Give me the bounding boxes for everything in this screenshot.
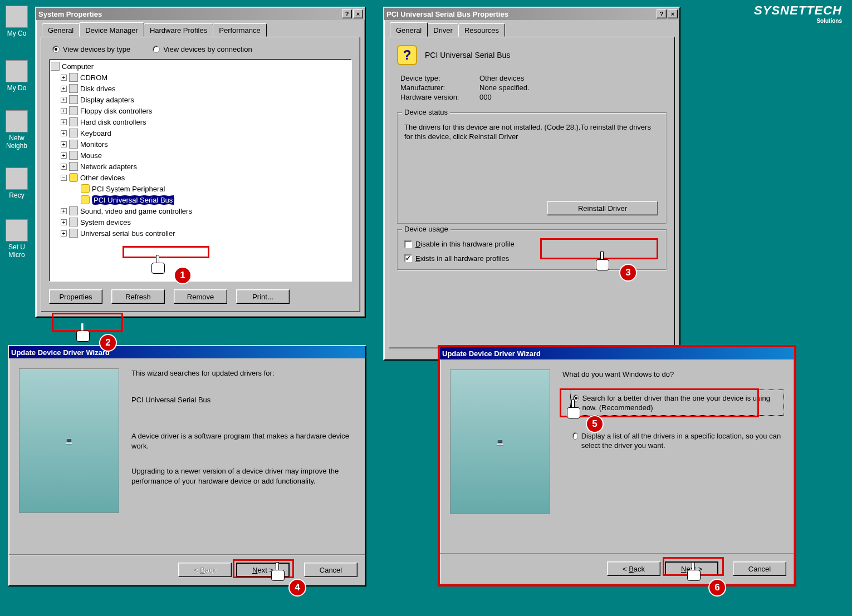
tree-item-mouse[interactable]: +Mouse (51, 150, 350, 161)
radio-view-by-connection[interactable]: View devices by connection (153, 45, 252, 53)
desktop-icon-recycle[interactable]: Recy (0, 167, 33, 199)
print-button[interactable]: Print... (236, 289, 290, 304)
device-tree[interactable]: Computer +CDROM +Disk drives +Display ad… (49, 59, 352, 282)
radio-display-list[interactable]: Display a list of all the drivers in a s… (572, 431, 782, 451)
manufacturer-value: None specified. (479, 83, 530, 92)
tree-item-display[interactable]: +Display adapters (51, 94, 350, 105)
tree-item-other[interactable]: −Other devices (51, 172, 350, 183)
system-properties-window: System Properties ? × General Device Man… (35, 7, 366, 318)
tree-item-sysdev[interactable]: +System devices (51, 216, 350, 228)
step-badge-3: 3 (619, 264, 637, 282)
device-type-value: Other devices (479, 74, 530, 82)
exists-checkbox[interactable]: Exists in all hardware profiles (404, 254, 509, 263)
warning-icon (81, 184, 90, 193)
wizard-question: What do you want Windows to do? (562, 369, 784, 380)
wizard-1-titlebar[interactable]: Update Device Driver Wizard (9, 346, 365, 358)
tab-device-manager[interactable]: Device Manager (79, 22, 144, 37)
tree-item-network[interactable]: +Network adapters (51, 161, 350, 172)
wizard-intro: This wizard searches for updated drivers… (131, 368, 355, 378)
cancel-button[interactable]: Cancel (733, 561, 786, 576)
close-button[interactable]: × (353, 9, 363, 18)
device-usage-label: Device usage (402, 225, 451, 233)
hw-version-label: Hardware version: (400, 93, 478, 101)
step-badge-1: 1 (174, 267, 192, 284)
hw-version-value: 000 (479, 93, 530, 101)
device-type-label: Device type: (400, 74, 478, 82)
step-badge-5: 5 (586, 415, 604, 433)
tree-item-diskdrives[interactable]: +Disk drives (51, 83, 350, 94)
help-button[interactable]: ? (342, 9, 352, 18)
next-button[interactable]: Next > (236, 563, 290, 577)
manufacturer-label: Manufacturer: (400, 83, 478, 92)
tree-item-keyboard[interactable]: +Keyboard (51, 127, 350, 139)
tree-item-floppy[interactable]: +Floppy disk controllers (51, 105, 350, 116)
wizard-art: 💻 (19, 368, 119, 513)
tree-item-sound[interactable]: +Sound, video and game controllers (51, 205, 350, 216)
back-button: < Back (178, 563, 232, 577)
tab-performance[interactable]: Performance (213, 23, 266, 37)
cursor-icon (75, 322, 93, 344)
warning-icon (69, 173, 78, 182)
desktop-icon-mycomputer[interactable]: My Co (0, 6, 33, 37)
wizard-2-window: Update Device Driver Wizard 💻 What do yo… (438, 345, 796, 587)
tab-resources[interactable]: Resources (458, 23, 505, 37)
tab-general[interactable]: General (42, 23, 80, 37)
tab-hardware-profiles[interactable]: Hardware Profiles (144, 23, 213, 37)
device-name: PCI Universal Serial Bus (425, 51, 510, 60)
properties-button[interactable]: Properties (49, 289, 102, 304)
help-button[interactable]: ? (657, 9, 667, 18)
title-text: System Properties (38, 10, 102, 18)
reinstall-driver-button[interactable]: Reinstall Driver (547, 201, 658, 215)
brand-logo: SYSNETTECHSolutions (754, 3, 842, 24)
title-text: Update Device Driver Wizard (442, 349, 541, 358)
step-badge-6: 6 (708, 579, 726, 597)
system-properties-titlebar[interactable]: System Properties ? × (36, 8, 365, 20)
radio-search-better[interactable]: Search for a better driver than the one … (573, 393, 781, 413)
remove-button[interactable]: Remove (174, 289, 227, 304)
wizard-desc1: A device driver is a software program th… (131, 431, 355, 451)
tree-item-pci-usb[interactable]: PCI Universal Serial Bus (51, 194, 350, 205)
tab-general[interactable]: General (390, 22, 428, 37)
wizard-device: PCI Universal Serial Bus (131, 395, 355, 405)
wizard-desc2: Upgrading to a newer version of a device… (131, 466, 355, 486)
wizard-1-window: Update Device Driver Wizard 💻 This wizar… (8, 345, 366, 587)
device-status-label: Device status (402, 108, 450, 116)
title-text: PCI Universal Serial Bus Properties (386, 10, 508, 18)
desktop-icon-network[interactable]: Netw Neighb (0, 110, 33, 150)
warning-icon (81, 195, 90, 204)
title-text: Update Device Driver Wizard (11, 348, 110, 357)
tree-item-monitors[interactable]: +Monitors (51, 139, 350, 150)
step-badge-4: 4 (288, 579, 306, 597)
device-status-text: The drivers for this device are not inst… (404, 123, 659, 142)
tree-item-pci-peripheral[interactable]: PCI System Peripheral (51, 183, 350, 194)
next-button[interactable]: Next > (665, 561, 718, 576)
wizard-art: 💻 (450, 369, 550, 514)
question-icon: ? (397, 45, 417, 65)
tree-item-hdd[interactable]: +Hard disk controllers (51, 116, 350, 127)
cancel-button[interactable]: Cancel (304, 563, 358, 577)
tree-item-cdrom[interactable]: +CDROM (51, 72, 350, 83)
tree-root[interactable]: Computer (51, 61, 350, 72)
usb-properties-window: PCI Universal Serial Bus Properties ? × … (383, 7, 680, 361)
radio-view-by-type[interactable]: View devices by type (52, 45, 130, 53)
close-button[interactable]: × (668, 9, 678, 18)
disable-checkbox[interactable]: Disable in this hardware profile (404, 240, 515, 248)
refresh-button[interactable]: Refresh (111, 289, 165, 304)
usb-properties-titlebar[interactable]: PCI Universal Serial Bus Properties ? × (384, 8, 679, 20)
step-badge-2: 2 (99, 334, 117, 352)
desktop-icon-mydocs[interactable]: My Do (0, 60, 33, 92)
back-button[interactable]: < Back (607, 561, 660, 576)
tree-item-usb[interactable]: +Universal serial bus controller (51, 228, 350, 239)
desktop-icon-setup[interactable]: Set U Micro (0, 219, 33, 259)
tab-driver[interactable]: Driver (427, 23, 459, 37)
wizard-2-titlebar[interactable]: Update Device Driver Wizard (440, 347, 794, 359)
